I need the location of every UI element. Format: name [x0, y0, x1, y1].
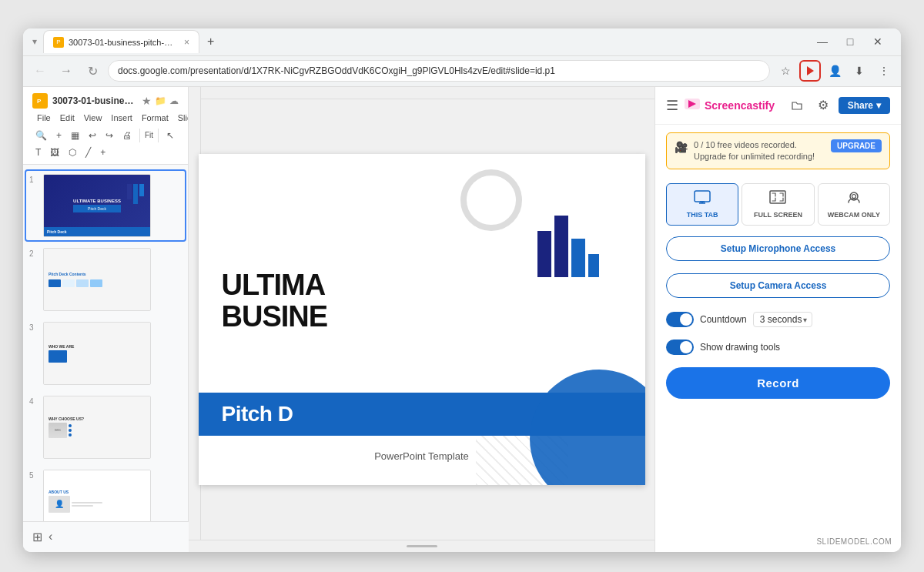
- slide-number-3: 3: [29, 322, 38, 332]
- record-button[interactable]: Record: [666, 367, 890, 399]
- docs-title-icons: ★ 📁 ☁: [142, 95, 179, 107]
- horizontal-ruler: [189, 87, 654, 99]
- svg-text:P: P: [37, 98, 42, 105]
- countdown-select[interactable]: 3 seconds ▾: [753, 312, 813, 327]
- slide-item-4[interactable]: 4 WHY CHOOSE US? IMG: [26, 393, 185, 462]
- cloud-icon[interactable]: ☁: [169, 95, 179, 106]
- this-tab-label: THIS TAB: [687, 211, 718, 219]
- share-label: Share: [848, 100, 873, 111]
- slide3-title: WHO WE ARE: [49, 344, 74, 349]
- collapse-panel-button[interactable]: ‹: [49, 530, 52, 544]
- active-tab[interactable]: P 30073-01-business-pitch-deck- ×: [43, 30, 199, 53]
- svg-rect-5: [695, 191, 710, 202]
- drawing-tools-toggle[interactable]: [666, 340, 694, 355]
- zoom-out-tool[interactable]: 🔍: [32, 129, 50, 142]
- add-tool[interactable]: +: [53, 129, 65, 142]
- sc-banner-icon: 🎥: [675, 141, 688, 153]
- countdown-toggle[interactable]: [666, 312, 694, 327]
- zoom-level: Fit: [145, 131, 153, 139]
- slide-subtitle-text: PowerPoint Template: [374, 450, 469, 462]
- sc-drawing-row: Show drawing tools: [655, 333, 901, 361]
- close-button[interactable]: ✕: [864, 31, 892, 52]
- back-button[interactable]: ←: [29, 60, 51, 82]
- address-input[interactable]: [108, 60, 770, 82]
- more-button[interactable]: ⋮: [873, 60, 895, 82]
- tab-bar: P 30073-01-business-pitch-deck- × +: [43, 30, 802, 53]
- slide-thumb-content-2: Pitch Deck Contents: [44, 249, 150, 310]
- bookmark-button[interactable]: ☆: [775, 60, 796, 82]
- window-controls: ▾: [32, 36, 37, 47]
- screencastify-extension-button[interactable]: [799, 60, 821, 82]
- this-tab-icon: [694, 190, 711, 208]
- maximize-button[interactable]: □: [836, 31, 864, 52]
- undo-tool[interactable]: ↩: [85, 129, 99, 142]
- menu-format[interactable]: Format: [137, 112, 173, 124]
- redo-tool[interactable]: ↪: [102, 129, 116, 142]
- menu-slide[interactable]: Slide: [173, 112, 189, 124]
- sc-upgrade-banner: 🎥 0 / 10 free videos recorded. Upgrade f…: [666, 132, 890, 170]
- sc-header: ☰ Screencastify ⚙: [655, 87, 901, 125]
- slide-item-2[interactable]: 2 Pitch Deck Contents: [26, 245, 185, 314]
- new-tab-button[interactable]: +: [203, 33, 219, 50]
- menu-edit[interactable]: Edit: [55, 112, 79, 124]
- sc-mic-row: Setup Microphone Access: [655, 232, 901, 266]
- profile-button[interactable]: 👤: [824, 60, 845, 82]
- slide1-thumb-text: ULTIMATE BUSINESS: [73, 199, 121, 203]
- slides-panel: P 30073-01-business-pitch-deck-powerpoin…: [23, 87, 189, 552]
- menu-view[interactable]: View: [79, 112, 107, 124]
- ruler-marker: [407, 545, 437, 547]
- sc-tab-full-screen[interactable]: FULL SCREEN: [742, 183, 814, 226]
- circle-decoration: [460, 169, 522, 231]
- slide-item-1[interactable]: 1 ULTIMATE BUSINESS Pitch Deck: [26, 171, 185, 240]
- line-tool[interactable]: ╱: [82, 146, 94, 159]
- menu-file[interactable]: File: [32, 112, 55, 124]
- sc-upgrade-button[interactable]: UPGRADE: [831, 139, 882, 152]
- docs-header: P 30073-01-business-pitch-deck-powerpoin…: [23, 87, 188, 165]
- image-tool[interactable]: 🖼: [47, 146, 62, 159]
- bar4: [588, 254, 599, 277]
- cursor-tool[interactable]: ↖: [163, 129, 177, 142]
- svg-rect-9: [770, 191, 785, 203]
- pitch-badge-text: Pitch D: [222, 402, 293, 426]
- grid-view-button[interactable]: ⊞: [32, 530, 42, 544]
- sc-tab-webcam[interactable]: WEBCAM ONLY: [818, 183, 890, 226]
- text-tool[interactable]: T: [32, 146, 44, 159]
- star-icon[interactable]: ★: [142, 95, 152, 107]
- tab-close-button[interactable]: ×: [184, 37, 189, 48]
- slide-item-3[interactable]: 3 WHO WE ARE: [26, 319, 185, 388]
- shape-tool[interactable]: ⬡: [65, 146, 79, 159]
- sc-share-button[interactable]: Share ▾: [839, 97, 890, 114]
- docs-menu: File Edit View Insert Format Slide Arran…: [32, 112, 179, 124]
- tab-title: 30073-01-business-pitch-deck-: [69, 38, 176, 47]
- slide-number-5: 5: [29, 470, 38, 480]
- drawing-tools-label: Show drawing tools: [700, 342, 780, 353]
- countdown-value: 3 seconds: [760, 314, 802, 325]
- sc-tab-this-tab[interactable]: THIS TAB: [666, 183, 738, 226]
- bar3: [571, 239, 585, 277]
- toolbar-separator: [139, 129, 140, 142]
- countdown-label: Countdown: [700, 314, 747, 325]
- sc-menu-button[interactable]: ☰: [666, 97, 678, 114]
- folder-icon[interactable]: 📁: [155, 95, 166, 106]
- setup-microphone-button[interactable]: Setup Microphone Access: [666, 236, 890, 261]
- slide-thumb-content-3: WHO WE ARE: [44, 323, 150, 384]
- reload-button[interactable]: ↻: [82, 60, 103, 82]
- brand-logo-bars: [537, 216, 599, 277]
- forward-button[interactable]: →: [55, 60, 77, 82]
- sc-settings-button[interactable]: ⚙: [812, 95, 834, 116]
- tab-dropdown-icon[interactable]: ▾: [32, 36, 37, 47]
- download-button[interactable]: ⬇: [849, 60, 870, 82]
- slide-number-1: 1: [29, 174, 38, 184]
- webcam-label: WEBCAM ONLY: [828, 211, 880, 219]
- print-tool[interactable]: 🖨: [119, 129, 135, 142]
- setup-camera-button[interactable]: Setup Camera Access: [666, 273, 890, 298]
- minimize-button[interactable]: —: [808, 31, 836, 52]
- svg-marker-0: [807, 66, 814, 75]
- browser-window: ▾ P 30073-01-business-pitch-deck- × + — …: [23, 28, 901, 552]
- grid-tool[interactable]: ▦: [68, 129, 82, 142]
- sc-record-row: Record: [655, 361, 901, 410]
- main-slide-area: ULTIMA BUSINE Pitch D PowerPoint Templat…: [189, 87, 654, 552]
- more-tools[interactable]: +: [97, 146, 109, 159]
- menu-insert[interactable]: Insert: [106, 112, 137, 124]
- sc-folder-button[interactable]: [786, 95, 808, 116]
